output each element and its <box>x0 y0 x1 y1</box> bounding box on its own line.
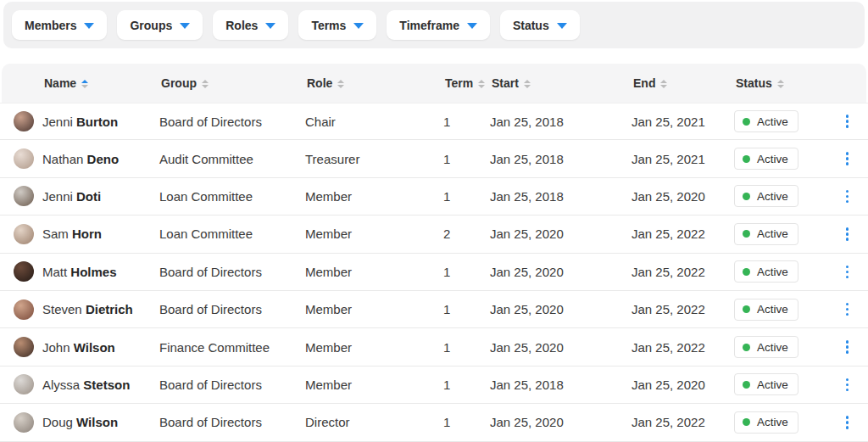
member-role-cell: Director <box>305 415 443 429</box>
status-badge-label: Active <box>757 341 788 354</box>
filter-dropdown-label: Timeframe <box>399 19 459 32</box>
filter-dropdown-label: Groups <box>130 19 172 32</box>
row-actions-kebab-icon[interactable] <box>839 110 856 132</box>
member-end-date-cell: Jan 25, 2022 <box>632 302 734 316</box>
column-header[interactable]: Term <box>445 76 492 90</box>
member-group-cell: Board of Directors <box>159 415 305 429</box>
row-actions-kebab-icon[interactable] <box>839 223 856 245</box>
avatar <box>14 148 34 169</box>
row-actions-kebab-icon[interactable] <box>839 299 856 321</box>
status-dot-icon <box>743 381 750 389</box>
status-badge-label: Active <box>757 416 788 428</box>
avatar <box>14 186 34 206</box>
member-start-date-cell: Jan 25, 2020 <box>490 265 632 279</box>
member-status-cell: Active <box>734 336 826 358</box>
column-header[interactable]: Name <box>44 76 161 90</box>
row-actions-kebab-icon[interactable] <box>839 336 856 358</box>
column-header[interactable]: Status <box>736 76 828 90</box>
table-row[interactable]: Steven Dietrich Board of Directors Membe… <box>0 291 868 328</box>
filter-dropdown-button[interactable]: Members <box>12 10 107 40</box>
filter-dropdown-button[interactable]: Status <box>500 10 580 40</box>
member-start-date-cell: Jan 25, 2018 <box>490 115 632 129</box>
chevron-down-icon <box>84 23 94 29</box>
member-end-date-cell: Jan 25, 2022 <box>632 227 734 241</box>
filter-dropdown-button[interactable]: Groups <box>117 10 203 40</box>
chevron-down-icon <box>180 23 190 29</box>
table-row[interactable]: Jenni Doti Loan Committee Member 1 Jan 2… <box>0 178 868 215</box>
member-last-name: Deno <box>87 152 120 166</box>
member-name-cell: Alyssa Stetson <box>42 378 159 392</box>
column-header[interactable]: End <box>633 76 736 90</box>
member-start-date-cell: Jan 25, 2020 <box>490 227 632 241</box>
filter-dropdown-label: Roles <box>225 19 258 32</box>
member-last-name: Wilson <box>76 415 118 429</box>
member-last-name: Holmes <box>70 265 116 279</box>
member-name-cell: Sam Horn <box>42 227 159 241</box>
table-row[interactable]: Matt Holmes Board of Directors Member 1 … <box>0 254 868 291</box>
column-header-label: Term <box>445 76 473 90</box>
member-status-cell: Active <box>734 299 826 321</box>
filter-dropdown-button[interactable]: Roles <box>213 10 288 40</box>
status-badge: Active <box>734 110 798 132</box>
table-row[interactable]: Sam Horn Loan Committee Member 2 Jan 25,… <box>0 215 868 253</box>
member-role-cell: Member <box>305 265 443 279</box>
member-group-cell: Loan Committee <box>159 189 305 204</box>
table-row[interactable]: Doug Wilson Board of Directors Director … <box>0 404 868 441</box>
sort-icon <box>337 80 344 88</box>
column-header-label: Group <box>161 76 197 90</box>
member-status-cell: Active <box>734 110 826 132</box>
filter-dropdown-button[interactable]: Timeframe <box>387 10 490 40</box>
row-actions-kebab-icon[interactable] <box>839 374 856 396</box>
column-header-label: Start <box>492 76 519 90</box>
member-role-cell: Member <box>305 189 443 204</box>
member-last-name: Doti <box>76 189 101 204</box>
member-term-cell: 1 <box>443 189 490 204</box>
column-header-label: End <box>633 76 655 90</box>
row-actions-kebab-icon[interactable] <box>839 148 856 170</box>
members-table: Name Group Role Term Start End <box>0 64 868 442</box>
sort-icon <box>777 80 784 88</box>
status-dot-icon <box>743 305 750 313</box>
status-badge: Active <box>734 336 798 358</box>
sort-icon <box>478 80 485 88</box>
row-actions-kebab-icon[interactable] <box>839 261 856 283</box>
column-header-label: Name <box>44 76 76 90</box>
member-name-cell: Steven Dietrich <box>42 302 159 316</box>
avatar <box>14 374 34 394</box>
column-header[interactable]: Role <box>307 76 445 90</box>
column-header-label: Role <box>307 76 332 90</box>
sort-icon <box>81 80 88 88</box>
table-row[interactable]: John Wilson Finance Committee Member 1 J… <box>0 328 868 366</box>
member-term-cell: 1 <box>443 378 490 392</box>
status-dot-icon <box>743 418 750 426</box>
sort-icon <box>202 80 209 88</box>
member-role-cell: Member <box>305 227 443 241</box>
chevron-down-icon <box>265 23 275 29</box>
column-header[interactable]: Start <box>492 76 633 90</box>
member-status-cell: Active <box>734 411 826 434</box>
member-end-date-cell: Jan 25, 2020 <box>632 378 734 392</box>
row-actions-kebab-icon[interactable] <box>839 186 856 208</box>
table-row[interactable]: Jenni Burton Board of Directors Chair 1 … <box>0 103 868 140</box>
table-body: Jenni Burton Board of Directors Chair 1 … <box>0 103 868 442</box>
row-actions-kebab-icon[interactable] <box>839 411 856 434</box>
member-name-cell: Nathan Deno <box>42 152 159 166</box>
members-page: Members Groups Roles Terms Timeframe Sta… <box>0 2 868 442</box>
avatar <box>14 412 34 433</box>
table-row[interactable]: Nathan Deno Audit Committee Treasurer 1 … <box>0 140 868 177</box>
status-badge-label: Active <box>757 378 788 391</box>
filter-dropdown-button[interactable]: Terms <box>298 10 376 40</box>
member-end-date-cell: Jan 25, 2022 <box>632 415 734 429</box>
status-badge: Active <box>734 185 798 207</box>
member-term-cell: 1 <box>443 415 490 429</box>
member-name-cell: Doug Wilson <box>42 415 159 429</box>
filter-dropdown-label: Terms <box>311 19 346 32</box>
member-status-cell: Active <box>734 148 826 170</box>
member-name-cell: John Wilson <box>42 340 159 355</box>
filter-bar: Members Groups Roles Terms Timeframe Sta… <box>3 2 865 48</box>
member-start-date-cell: Jan 25, 2018 <box>490 378 632 392</box>
status-dot-icon <box>743 344 750 351</box>
sort-icon <box>660 80 667 88</box>
column-header[interactable]: Group <box>161 76 307 90</box>
table-row[interactable]: Alyssa Stetson Board of Directors Member… <box>0 366 868 404</box>
